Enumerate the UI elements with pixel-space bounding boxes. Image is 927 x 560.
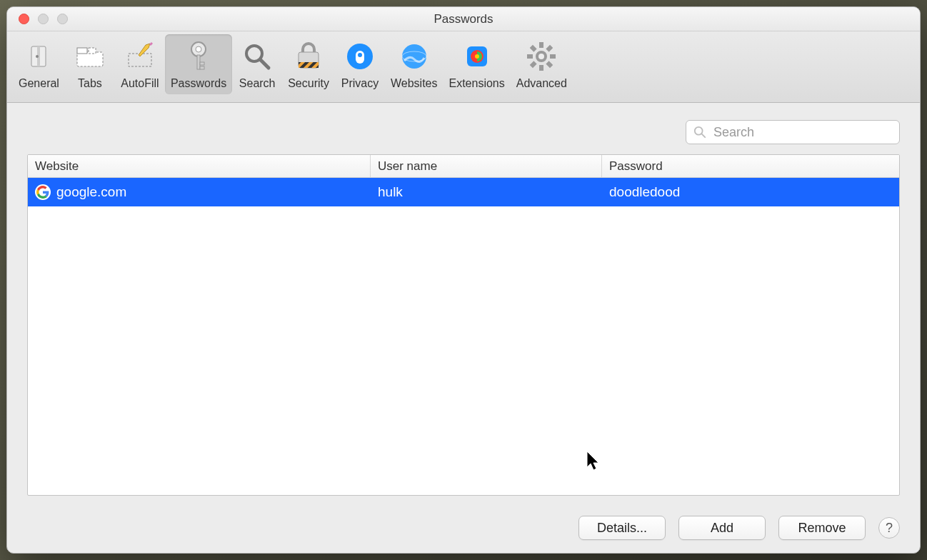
svg-rect-33 <box>546 45 553 52</box>
extensions-icon <box>460 37 494 76</box>
svg-rect-12 <box>200 62 204 65</box>
search-input[interactable] <box>712 124 892 141</box>
svg-rect-4 <box>77 48 87 54</box>
toolbar-tabs[interactable]: Tabs <box>65 34 115 94</box>
add-button[interactable]: Add <box>678 516 766 540</box>
help-button[interactable]: ? <box>878 517 900 539</box>
svg-point-38 <box>695 127 703 135</box>
autofill-icon <box>123 37 157 76</box>
toolbar-privacy[interactable]: Privacy <box>335 34 385 94</box>
toolbar-autofill[interactable]: AutoFill <box>115 34 165 94</box>
toolbar-label: General <box>19 77 59 90</box>
footer: Details... Add Remove ? <box>7 504 920 553</box>
svg-point-22 <box>358 53 362 57</box>
svg-rect-13 <box>200 66 204 69</box>
toolbar-label: AutoFill <box>121 77 159 90</box>
window-controls <box>7 14 68 24</box>
svg-rect-5 <box>89 48 96 54</box>
websites-icon <box>397 37 431 76</box>
svg-point-23 <box>402 44 426 69</box>
remove-button[interactable]: Remove <box>778 516 866 540</box>
svg-rect-11 <box>197 55 200 69</box>
svg-point-10 <box>196 46 201 52</box>
svg-rect-30 <box>539 65 543 71</box>
toolbar-websites[interactable]: Websites <box>385 34 444 94</box>
svg-rect-32 <box>550 54 556 59</box>
cell-password: doodledood <box>609 184 680 200</box>
toolbar-label: Privacy <box>341 77 379 90</box>
search-icon <box>240 37 274 76</box>
svg-rect-3 <box>77 52 103 66</box>
passwords-icon <box>181 37 216 76</box>
svg-marker-7 <box>139 44 150 56</box>
toolbar-label: Websites <box>391 77 438 90</box>
privacy-icon <box>343 37 377 76</box>
toolbar-label: Passwords <box>171 77 226 90</box>
svg-rect-36 <box>546 61 553 68</box>
toolbar-general[interactable]: General <box>13 34 65 94</box>
svg-rect-34 <box>530 61 537 68</box>
toolbar-extensions[interactable]: Extensions <box>443 34 510 94</box>
toolbar-search[interactable]: Search <box>232 34 282 94</box>
table-row[interactable]: google.com hulk doodledood <box>28 178 899 206</box>
minimize-window-button[interactable] <box>38 14 49 24</box>
search-field-container <box>686 120 900 144</box>
tabs-icon <box>73 37 107 76</box>
svg-point-2 <box>36 55 39 58</box>
svg-line-39 <box>702 134 706 138</box>
cell-website: google.com <box>56 184 126 200</box>
toolbar-security[interactable]: Security <box>282 34 335 94</box>
toolbar-label: Search <box>239 77 276 90</box>
svg-rect-31 <box>527 54 533 59</box>
svg-point-37 <box>538 54 544 59</box>
preferences-window: Passwords General <box>6 6 921 554</box>
general-icon <box>21 37 56 76</box>
svg-point-27 <box>475 54 479 59</box>
toolbar-label: Extensions <box>449 77 504 90</box>
passwords-pane: Website User name Password <box>7 103 920 504</box>
toolbar-label: Tabs <box>78 77 102 90</box>
column-password[interactable]: Password <box>602 155 899 177</box>
window-title: Passwords <box>7 12 920 26</box>
toolbar-label: Advanced <box>516 77 567 90</box>
cell-username: hulk <box>378 184 403 200</box>
close-window-button[interactable] <box>19 14 29 24</box>
svg-rect-35 <box>530 45 537 52</box>
column-username[interactable]: User name <box>371 155 602 177</box>
table-header: Website User name Password <box>28 155 899 178</box>
google-favicon <box>35 184 51 200</box>
column-website[interactable]: Website <box>28 155 371 177</box>
table-body[interactable]: google.com hulk doodledood <box>28 178 899 495</box>
passwords-table: Website User name Password <box>27 154 900 496</box>
advanced-icon <box>524 37 558 76</box>
preferences-toolbar: General Tabs <box>7 31 920 103</box>
svg-line-15 <box>261 60 269 68</box>
details-button[interactable]: Details... <box>578 516 666 540</box>
search-icon <box>693 126 706 139</box>
svg-rect-29 <box>539 42 543 48</box>
titlebar: Passwords <box>7 7 920 31</box>
security-icon <box>291 37 326 76</box>
toolbar-advanced[interactable]: Advanced <box>511 34 573 94</box>
zoom-window-button[interactable] <box>57 14 68 24</box>
toolbar-label: Security <box>288 77 329 90</box>
toolbar-passwords[interactable]: Passwords <box>165 34 232 94</box>
svg-rect-18 <box>299 62 319 68</box>
